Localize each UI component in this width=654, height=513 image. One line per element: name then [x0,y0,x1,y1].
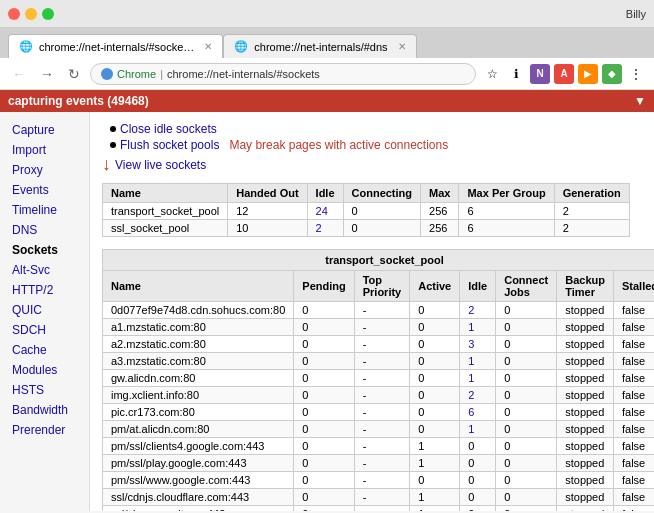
cell-idle[interactable]: 2 [460,387,496,404]
sub-col-name: Name [103,271,294,302]
sub-col-pending: Pending [294,271,354,302]
cell-idle[interactable]: 1 [460,353,496,370]
cell-connect-jobs: 0 [496,387,557,404]
star-icon[interactable]: ☆ [482,64,502,84]
cell-stalled: false [613,319,654,336]
sidebar-item-import[interactable]: Import [0,140,89,160]
sidebar-item-dns[interactable]: DNS [0,220,89,240]
cell-idle[interactable]: 24 [307,203,343,220]
info-icon[interactable]: ℹ [506,64,526,84]
cell-pending: 0 [294,455,354,472]
sidebar-item-quic[interactable]: QUIC [0,300,89,320]
sidebar-item-proxy[interactable]: Proxy [0,160,89,180]
cell-backup-timer: stopped [557,319,614,336]
cell-connect-jobs: 0 [496,319,557,336]
forward-button[interactable]: → [36,64,58,84]
cell-top-priority: - [354,472,410,489]
table-row: pm/ssl/www.google.com:443 0 - 0 0 0 stop… [103,472,655,489]
cell-pending: 0 [294,472,354,489]
minimize-button[interactable] [25,8,37,20]
sidebar-item-altsvc[interactable]: Alt-Svc [0,260,89,280]
title-bar: Billy [0,0,654,28]
table-row: 0d077ef9e74d8.cdn.sohucs.com:80 0 - 0 2 … [103,302,655,319]
onenote-icon[interactable]: N [530,64,550,84]
cell-active: 0 [410,302,460,319]
sidebar-item-prerender[interactable]: Prerender [0,420,89,440]
cell-idle[interactable]: 6 [460,404,496,421]
sidebar-item-capture[interactable]: Capture [0,120,89,140]
tab-close-icon[interactable]: ✕ [204,41,212,52]
cell-stalled: false [613,404,654,421]
cell-pending: 0 [294,319,354,336]
close-button[interactable] [8,8,20,20]
cell-idle[interactable]: 3 [460,336,496,353]
cell-idle[interactable]: 1 [460,319,496,336]
sidebar-item-sockets[interactable]: Sockets [0,240,89,260]
ext2-icon[interactable]: ◆ [602,64,622,84]
table-row: a3.mzstatic.com:80 0 - 0 1 0 stopped fal… [103,353,655,370]
cell-stalled: false [613,506,654,512]
table-row: pm/at.alicdn.com:80 0 - 0 1 0 stopped fa… [103,421,655,438]
cell-backup-timer: stopped [557,302,614,319]
cell-active: 1 [410,455,460,472]
sidebar-item-hsts[interactable]: HSTS [0,380,89,400]
close-idle-link[interactable]: Close idle sockets [120,122,217,136]
cell-connect-jobs: 0 [496,472,557,489]
maximize-button[interactable] [42,8,54,20]
view-live-link[interactable]: View live sockets [115,158,206,172]
cell-top-priority: - [354,404,410,421]
table-row: gw.alicdn.com:80 0 - 0 1 0 stopped false [103,370,655,387]
cell-name: pm/at.alicdn.com:80 [103,421,294,438]
menu-icon[interactable]: ⋮ [626,64,646,84]
cell-top-priority: - [354,302,410,319]
cell-idle[interactable]: 2 [460,302,496,319]
cell-idle[interactable]: 1 [460,421,496,438]
table-row: transport_socket_pool 12 24 0 256 6 2 [103,203,630,220]
cell-max-per-group: 6 [459,220,554,237]
url-bar[interactable]: Chrome | chrome://net-internals/#sockets [90,63,476,85]
cell-handed-out: 10 [228,220,307,237]
tab-bar: 🌐 chrome://net-internals/#socke… ✕ 🌐 chr… [0,28,654,58]
back-button[interactable]: ← [8,64,30,84]
url-text: chrome://net-internals/#sockets [167,68,320,80]
cell-name: a2.mzstatic.com:80 [103,336,294,353]
cell-backup-timer: stopped [557,489,614,506]
reload-button[interactable]: ↻ [64,64,84,84]
sidebar-item-cache[interactable]: Cache [0,340,89,360]
cell-idle[interactable]: 2 [307,220,343,237]
tab-dns-label: chrome://net-internals/#dns [254,41,387,53]
cell-stalled: false [613,472,654,489]
cell-idle[interactable]: 1 [460,370,496,387]
cell-backup-timer: stopped [557,387,614,404]
cell-backup-timer: stopped [557,353,614,370]
cell-name: ssl/changyan.itc.cn:443 [103,506,294,512]
cell-stalled: false [613,455,654,472]
cell-connect-jobs: 0 [496,438,557,455]
cell-idle: 0 [460,455,496,472]
tab-dns[interactable]: 🌐 chrome://net-internals/#dns ✕ [223,34,416,58]
cell-active: 0 [410,421,460,438]
main-content: Capture Import Proxy Events Timeline DNS… [0,112,654,511]
cell-top-priority: - [354,489,410,506]
cell-connecting: 0 [343,203,421,220]
sidebar-item-sdch[interactable]: SDCH [0,320,89,340]
sidebar-item-events[interactable]: Events [0,180,89,200]
sidebar-item-modules[interactable]: Modules [0,360,89,380]
sub-col-active: Active [410,271,460,302]
status-arrow[interactable]: ▼ [634,94,646,108]
flush-pools-link[interactable]: Flush socket pools [120,138,219,152]
adblock-icon[interactable]: A [554,64,574,84]
cell-active: 0 [410,319,460,336]
cell-backup-timer: stopped [557,421,614,438]
ext1-icon[interactable]: ▶ [578,64,598,84]
sidebar-item-bandwidth[interactable]: Bandwidth [0,400,89,420]
cell-connect-jobs: 0 [496,421,557,438]
toolbar-icons: ☆ ℹ N A ▶ ◆ ⋮ [482,64,646,84]
sidebar-item-http2[interactable]: HTTP/2 [0,280,89,300]
tab-dns-close-icon[interactable]: ✕ [398,41,406,52]
tab-sockets[interactable]: 🌐 chrome://net-internals/#socke… ✕ [8,34,223,58]
sidebar-item-timeline[interactable]: Timeline [0,200,89,220]
cell-name: a3.mzstatic.com:80 [103,353,294,370]
cell-max-per-group: 6 [459,203,554,220]
arrow-icon: ↓ [102,154,111,175]
